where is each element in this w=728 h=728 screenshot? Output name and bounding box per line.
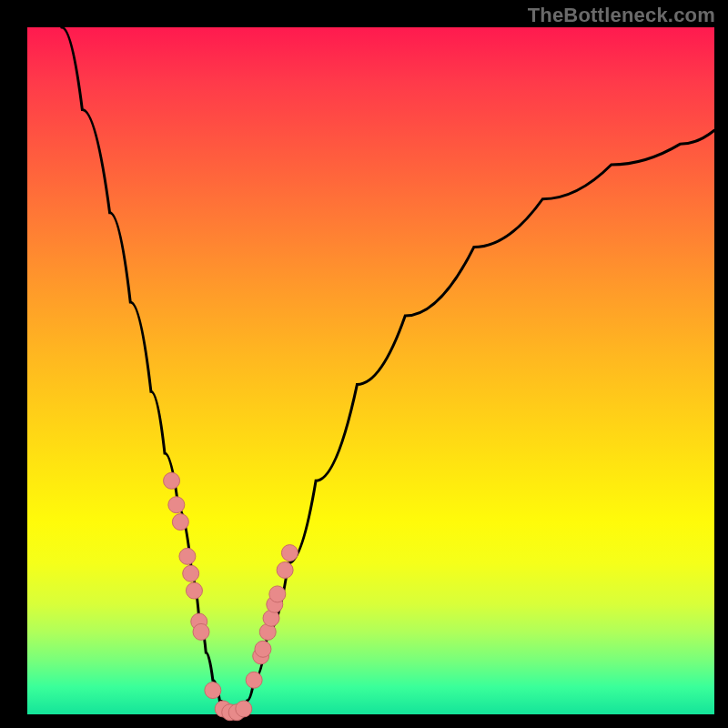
highlight-dot: [277, 561, 293, 578]
highlight-dot: [205, 682, 221, 699]
highlight-dot: [236, 701, 252, 717]
highlight-dot: [172, 514, 188, 531]
highlight-dot: [179, 548, 196, 564]
curve-layer: [27, 27, 714, 714]
highlight-dot: [193, 623, 209, 640]
plot-area: [27, 27, 714, 714]
highlight-dot: [281, 545, 298, 561]
curve-left-branch: [62, 27, 234, 714]
curve-right-branch: [234, 130, 715, 714]
highlight-dot: [168, 497, 185, 513]
highlight-dot: [183, 565, 199, 581]
highlight-dot: [269, 586, 286, 602]
chart-stage: TheBottleneck.com: [0, 0, 728, 728]
highlight-dot: [164, 472, 180, 489]
watermark-text: TheBottleneck.com: [528, 4, 715, 27]
highlight-dot: [255, 641, 271, 657]
highlight-dots: [164, 472, 298, 720]
highlight-dot: [246, 672, 262, 688]
highlight-dot: [186, 582, 202, 599]
